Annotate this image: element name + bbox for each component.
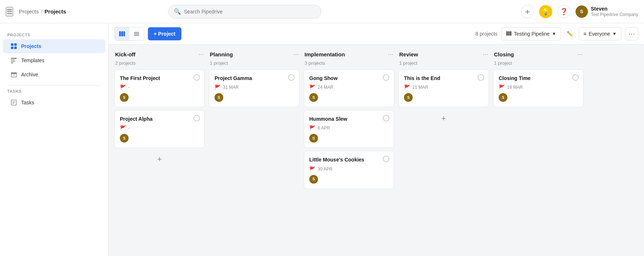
svg-rect-20 [506,31,508,36]
card-c4[interactable]: Gong Show 🚩 24 MAR S [304,69,394,107]
column-implementation: Implementation ··· 3 projects Gong Show … [304,51,394,192]
card-flag-c3: 🚩 [215,84,221,90]
column-title-planning: Planning [210,51,233,57]
svg-rect-14 [119,31,121,36]
column-more-planning[interactable]: ··· [293,51,299,58]
filter-everyone-btn[interactable]: ≡ Everyone ▼ [579,27,621,40]
more-options-btn[interactable]: ⋯ [625,27,638,40]
card-title-c8: Closing Time [499,75,578,81]
pipeline-dropdown-icon: ▼ [552,31,556,36]
card-c6[interactable]: Little Mouse's Cookies 🚩 30 APR S [304,151,394,189]
column-kickoff: Kick-off ··· 2 projects The First Projec… [114,51,205,168]
svg-rect-7 [11,63,13,63]
breadcrumb: Projects / Projects [19,8,66,15]
breadcrumb-sep: / [41,8,42,15]
sidebar-label-projects: Projects [21,43,41,49]
card-flag-c5: 🚩 [309,125,315,131]
column-more-implementation[interactable]: ··· [388,51,393,58]
card-c5[interactable]: Hummona Slew 🚩 6 APR S [304,110,394,148]
card-title-c1: The First Project [120,75,199,81]
add-card-icon-kickoff: + [157,155,162,164]
hamburger-menu[interactable]: ☰ [6,7,13,16]
add-button[interactable]: ＋ [521,5,534,18]
sidebar-item-templates[interactable]: Templates [3,53,105,67]
sidebar-label-templates: Templates [21,57,44,63]
card-meta-c5: 🚩 6 APR [309,125,389,131]
board-view-btn[interactable] [115,27,129,40]
help-icon-btn[interactable]: ❓ [557,5,570,18]
card-avatar-c3: S [215,93,223,102]
add-project-button[interactable]: + Project [148,27,181,40]
column-title-closing: Closing [494,51,514,57]
view-toggle [114,27,144,41]
card-title-c5: Hummona Slew [309,116,389,122]
card-meta-c6: 🚩 30 APR [309,166,389,172]
card-flag-c4: 🚩 [309,84,315,90]
add-card-btn-kickoff[interactable]: + [114,151,205,168]
templates-icon [10,57,17,64]
card-c7[interactable]: This is the End 🚩 21 MAR S [398,69,489,107]
breadcrumb-parent[interactable]: Projects [19,8,39,15]
sidebar: PROJECTS Projects Templates Archive TASK… [0,23,109,256]
svg-rect-15 [121,31,123,36]
topnav-actions: ＋ 💡 ❓ S Steven Test Pipedrive Company [521,5,638,18]
search-input[interactable] [184,9,316,15]
card-radio-c3[interactable] [288,74,295,81]
sidebar-label-archive: Archive [21,72,38,77]
user-company: Test Pipedrive Company [591,12,638,18]
svg-rect-5 [11,60,15,60]
column-more-closing[interactable]: ··· [577,51,583,58]
column-more-review[interactable]: ··· [483,51,488,58]
search-bar[interactable]: 🔍 [168,5,321,19]
sidebar-label-tasks: Tasks [21,100,34,105]
card-c2[interactable]: Project Alpha 🚩 - S [114,110,205,148]
column-count-review: 1 project [398,60,489,66]
card-c3[interactable]: Project Gamma 🚩 31 MAR S [209,69,299,107]
card-c1[interactable]: The First Project 🚩 - S [114,69,205,107]
column-header-implementation: Implementation ··· [304,51,394,58]
edit-pipeline-btn[interactable]: ✏️ [565,27,575,40]
column-header-review: Review ··· [398,51,489,58]
column-count-implementation: 3 projects [304,60,394,66]
card-meta-c7: 🚩 21 MAR [404,84,483,90]
card-meta-c2: 🚩 - [120,125,199,131]
card-avatar-c6: S [309,175,318,184]
column-more-kickoff[interactable]: ··· [199,51,204,58]
card-avatar-c1: S [120,93,129,102]
card-radio-c8[interactable] [572,74,579,81]
pipeline-icon [506,31,512,37]
filter-dropdown-icon: ▼ [612,31,617,36]
card-radio-c1[interactable] [193,74,200,81]
card-c8[interactable]: Closing Time 🚩 18 MAR S [493,69,584,107]
pipeline-selector[interactable]: Testing Pipeline ▼ [501,27,561,40]
user-name: Steven [591,5,638,12]
card-radio-c7[interactable] [478,74,484,81]
card-flag-c7: 🚩 [404,84,410,90]
card-date-c2: - [128,125,130,131]
add-card-icon-review: + [441,114,446,123]
add-card-btn-review[interactable]: + [398,110,489,127]
projects-section-label: PROJECTS [0,33,108,37]
column-title-review: Review [399,51,418,57]
column-count-planning: 1 project [209,60,299,66]
sidebar-item-tasks[interactable]: Tasks [3,96,105,109]
list-view-btn[interactable] [129,27,144,40]
user-menu[interactable]: S Steven Test Pipedrive Company [576,5,638,18]
column-header-closing: Closing ··· [493,51,584,58]
card-avatar-c8: S [499,93,507,102]
card-flag-c6: 🚩 [309,166,315,172]
svg-rect-6 [11,61,15,62]
sidebar-item-projects[interactable]: Projects [3,39,105,53]
board: Kick-off ··· 2 projects The First Projec… [109,45,644,256]
card-date-c6: 30 APR [318,167,333,172]
lightbulb-icon-btn[interactable]: 💡 [539,5,552,18]
column-title-kickoff: Kick-off [115,51,136,57]
sidebar-item-archive[interactable]: Archive [3,68,105,81]
card-date-c4: 24 MAR [318,85,333,90]
svg-rect-11 [11,100,16,105]
projects-count: 8 projects [475,31,498,37]
column-title-implementation: Implementation [305,51,345,57]
card-radio-c4[interactable] [383,74,389,81]
topnav: ☰ Projects / Projects 🔍 ＋ 💡 ❓ S Steven T… [0,0,644,23]
card-date-c7: 21 MAR [412,85,428,90]
